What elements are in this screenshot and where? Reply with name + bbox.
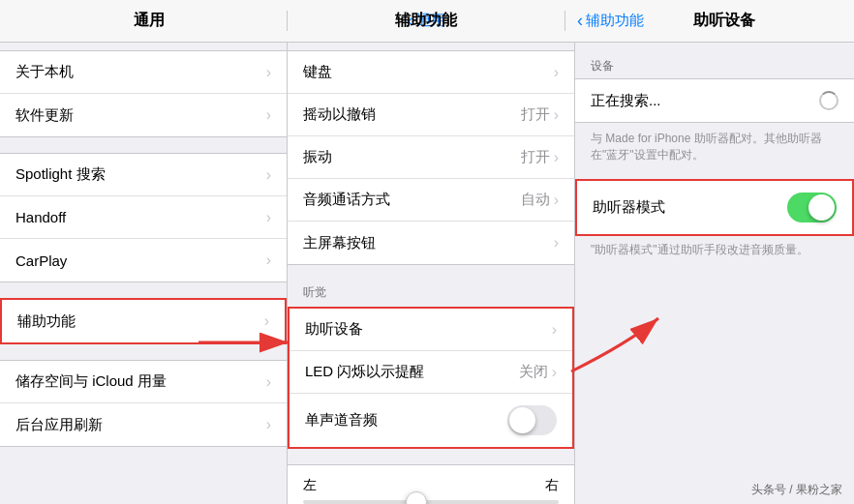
hearing-mode-label: 助听器模式 [593,198,665,217]
loading-spinner [819,91,839,110]
panel1-title: 通用 [12,11,287,31]
panel1-group2: Spotlight 搜索 › Handoff › CarPlay › [0,153,287,282]
chevron-icon: › [266,106,271,124]
chevron-icon: › [266,252,271,269]
branding: 头条号 / 果粉之家 [751,482,842,498]
list-item-carplay[interactable]: CarPlay › [0,239,287,282]
panel1-topbar: 通用 [0,11,288,31]
list-item-keyboard[interactable]: 键盘 › [288,51,574,94]
chevron-icon: › [266,166,271,184]
panel2-hearing-group: 助听设备 › LED 闪烁以示提醒 关闭 › 单声道音频 [288,307,574,449]
list-item-background-refresh[interactable]: 后台应用刷新 › [0,403,287,446]
chevron-icon: › [552,364,557,381]
hearing-mode-knob [808,194,835,221]
hearing-mode-toggle[interactable] [787,193,837,222]
chevron-left-icon2: ‹ [577,11,583,31]
list-item-storage[interactable]: 储存空间与 iCloud 用量 › [0,361,287,403]
hearing-mode-row: 助听器模式 [577,181,852,234]
top-bar: 通用 ‹ 通用 辅助功能 ‹ 辅助功能 助听设备 [0,0,854,43]
chevron-icon: › [266,64,271,81]
chevron-icon: › [554,149,559,166]
devices-group: 正在搜索... [575,78,854,123]
hearing-mode-hint-text: "助听器模式"通过助听手段改进音频质量。 [591,243,808,256]
list-item-mono-audio[interactable]: 单声道音频 [290,394,572,447]
chevron-icon: › [266,209,271,226]
searching-text: 正在搜索... [591,92,661,110]
list-item-about[interactable]: 关于本机 › [0,51,287,94]
list-item-shake-undo[interactable]: 摇动以撤销 打开 › [288,94,574,136]
list-item-led-flash[interactable]: LED 闪烁以示提醒 关闭 › [290,351,572,394]
slider-left-label: 左 [303,477,317,494]
panel3-topbar: ‹ 辅助功能 助听设备 [565,11,854,31]
slider-labels: 左 右 [303,477,559,494]
panel3-title: 助听设备 [693,11,755,31]
chevron-icon: › [554,192,559,209]
panel1-group4: 储存空间与 iCloud 用量 › 后台应用刷新 › [0,360,287,447]
chevron-icon: › [266,416,271,433]
chevron-icon: › [266,373,271,391]
list-item-handoff[interactable]: Handoff › [0,196,287,239]
panel2-group1: 键盘 › 摇动以撤销 打开 › 振动 打开 › 音频通话方式 自动 › [288,50,574,265]
panel2-topbar: ‹ 通用 辅助功能 [288,11,565,31]
toggle-knob [509,407,535,433]
list-item-audio-mode[interactable]: 音频通话方式 自动 › [288,179,574,222]
devices-section-header: 设备 [575,43,854,78]
chevron-icon: › [554,64,559,81]
list-item-vibration[interactable]: 振动 打开 › [288,136,574,179]
hearing-mode-hint: "助听器模式"通过助听手段改进音频质量。 [575,236,854,266]
hearing-section-header: 听觉 [288,265,574,307]
list-item-software-update[interactable]: 软件更新 › [0,94,287,136]
slider-right-label: 右 [545,477,559,494]
mono-audio-toggle[interactable] [507,405,557,435]
list-item-accessibility[interactable]: 辅助功能 › [2,300,285,342]
list-item-home-button[interactable]: 主屏幕按钮 › [288,222,574,264]
devices-label: 设备 [591,59,614,73]
panel1-group1: 关于本机 › 软件更新 › [0,50,287,137]
audio-balance-slider-container: 左 右 [288,464,574,504]
hearing-label: 听觉 [303,285,326,299]
panel2-title: 辅助功能 [395,11,457,31]
chevron-icon: › [554,234,559,252]
list-item-hearing-devices[interactable]: 助听设备 › [290,309,572,351]
pairing-hint: 与 Made for iPhone 助听器配对。其他助听器在"蓝牙"设置中配对。 [575,123,854,171]
panel3-back-button[interactable]: ‹ 辅助功能 [577,11,644,31]
panel3: 设备 正在搜索... 与 Made for iPhone 助听器配对。其他助听器… [575,43,854,504]
panel1-group3: 辅助功能 › [0,298,287,344]
panel2: 键盘 › 摇动以撤销 打开 › 振动 打开 › 音频通话方式 自动 › [288,43,575,504]
slider-thumb[interactable] [406,491,427,504]
list-item-spotlight[interactable]: Spotlight 搜索 › [0,154,287,196]
slider-track[interactable] [303,500,559,504]
chevron-icon: › [554,106,559,124]
searching-row: 正在搜索... [575,79,854,122]
panel1: 关于本机 › 软件更新 › Spotlight 搜索 › Handoff › [0,43,288,504]
hearing-mode-group: 助听器模式 [575,179,854,236]
chevron-icon: › [264,312,269,330]
panel3-back-label: 辅助功能 [586,12,644,30]
chevron-icon: › [552,321,557,339]
